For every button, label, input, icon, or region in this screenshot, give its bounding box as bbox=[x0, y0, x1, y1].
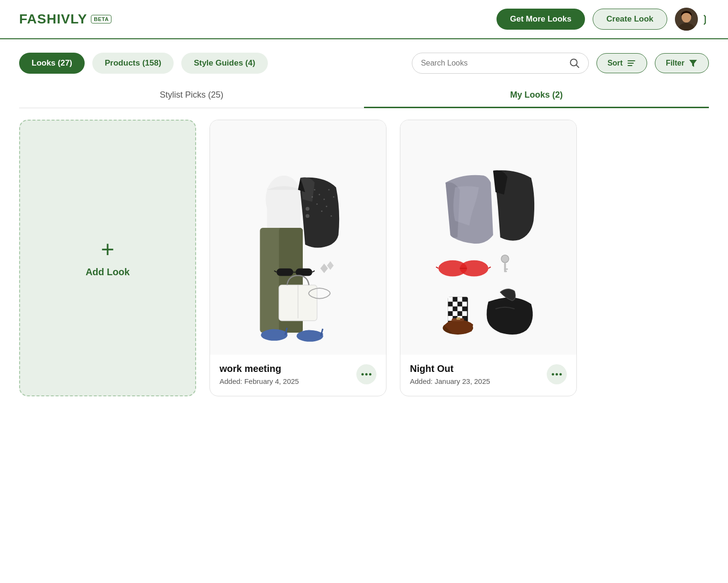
look-card-info-night: Night Out Added: January 23, 2025 bbox=[410, 363, 490, 385]
svg-point-23 bbox=[306, 214, 309, 218]
look-card-image-work bbox=[210, 120, 386, 355]
three-dots-icon bbox=[552, 373, 562, 376]
filter-button[interactable]: Filter bbox=[655, 53, 709, 73]
chevron-down-icon: ❳ bbox=[701, 13, 709, 25]
look-card-title-work: work meeting bbox=[220, 363, 299, 374]
svg-rect-59 bbox=[452, 311, 457, 316]
header-actions: Get More Looks Create Look ❳ bbox=[496, 8, 709, 31]
beta-badge: BETA bbox=[91, 15, 111, 23]
look-card-image-night bbox=[400, 120, 576, 355]
logo-text: FASHIVLY bbox=[19, 11, 87, 27]
cards-grid: + Add Look bbox=[0, 120, 728, 415]
svg-marker-32 bbox=[320, 263, 328, 273]
subtabs-row: Stylist Picks (25) My Looks (2) bbox=[19, 83, 709, 108]
tab-products[interactable]: Products (158) bbox=[92, 53, 174, 74]
look-card-footer-night: Night Out Added: January 23, 2025 bbox=[400, 355, 576, 396]
svg-rect-11 bbox=[267, 187, 300, 230]
logo-area: FASHIVLY BETA bbox=[19, 11, 111, 27]
svg-point-15 bbox=[323, 198, 325, 200]
user-menu[interactable]: ❳ bbox=[675, 8, 709, 31]
svg-rect-51 bbox=[504, 270, 507, 272]
search-area bbox=[412, 53, 589, 74]
svg-point-21 bbox=[331, 215, 332, 216]
svg-rect-50 bbox=[504, 268, 508, 269]
svg-marker-9 bbox=[689, 60, 697, 67]
svg-rect-27 bbox=[276, 268, 293, 276]
svg-point-66 bbox=[552, 373, 554, 375]
svg-point-42 bbox=[369, 373, 372, 375]
svg-rect-25 bbox=[260, 228, 281, 333]
svg-point-12 bbox=[314, 189, 315, 191]
svg-point-41 bbox=[365, 373, 368, 375]
create-look-button[interactable]: Create Look bbox=[593, 9, 667, 30]
look-card-date-work: Added: February 4, 2025 bbox=[220, 377, 299, 385]
svg-line-46 bbox=[436, 267, 439, 268]
svg-point-19 bbox=[326, 205, 327, 207]
more-options-work-button[interactable] bbox=[356, 364, 376, 384]
svg-rect-53 bbox=[448, 297, 452, 302]
add-look-plus-icon: + bbox=[101, 238, 114, 261]
svg-point-14 bbox=[311, 196, 313, 197]
subtab-my-looks[interactable]: My Looks (2) bbox=[364, 83, 709, 108]
svg-point-68 bbox=[560, 373, 562, 375]
svg-rect-49 bbox=[504, 262, 506, 271]
avatar bbox=[675, 8, 698, 31]
svg-rect-55 bbox=[452, 302, 457, 306]
add-look-card[interactable]: + Add Look bbox=[19, 120, 196, 396]
svg-line-47 bbox=[488, 267, 491, 268]
svg-point-20 bbox=[321, 210, 322, 212]
svg-point-48 bbox=[501, 255, 509, 262]
svg-point-16 bbox=[316, 203, 318, 204]
svg-point-67 bbox=[556, 373, 558, 375]
sort-icon bbox=[627, 58, 636, 68]
sort-button[interactable]: Sort bbox=[596, 53, 647, 73]
get-more-looks-button[interactable]: Get More Looks bbox=[496, 9, 585, 30]
look-card-night-out: Night Out Added: January 23, 2025 bbox=[400, 120, 577, 396]
svg-rect-60 bbox=[462, 311, 467, 316]
look-card-footer-work: work meeting Added: February 4, 2025 bbox=[210, 355, 386, 396]
tab-looks[interactable]: Looks (27) bbox=[19, 53, 85, 74]
svg-point-13 bbox=[319, 193, 320, 195]
search-icon bbox=[569, 58, 580, 68]
add-look-label: Add Look bbox=[86, 267, 130, 278]
svg-point-17 bbox=[328, 189, 330, 191]
svg-marker-33 bbox=[327, 261, 334, 269]
svg-rect-65 bbox=[456, 317, 460, 320]
svg-rect-58 bbox=[457, 306, 462, 311]
tab-style-guides[interactable]: Style Guides (4) bbox=[181, 53, 267, 74]
svg-rect-28 bbox=[296, 268, 312, 276]
svg-point-18 bbox=[333, 196, 334, 197]
svg-rect-54 bbox=[457, 297, 462, 302]
look-card-date-night: Added: January 23, 2025 bbox=[410, 377, 490, 385]
header: FASHIVLY BETA Get More Looks Create Look… bbox=[0, 0, 728, 39]
more-options-night-button[interactable] bbox=[547, 364, 567, 384]
look-card-work-meeting: work meeting Added: February 4, 2025 bbox=[210, 120, 386, 396]
svg-point-22 bbox=[306, 207, 309, 211]
look-card-info-work: work meeting Added: February 4, 2025 bbox=[220, 363, 299, 385]
filter-icon bbox=[688, 58, 698, 68]
svg-point-40 bbox=[362, 373, 364, 375]
three-dots-icon bbox=[361, 373, 372, 376]
svg-line-31 bbox=[312, 270, 315, 272]
tabs-row: Looks (27) Products (158) Style Guides (… bbox=[0, 39, 728, 83]
subtab-stylist-picks[interactable]: Stylist Picks (25) bbox=[19, 83, 364, 108]
svg-rect-57 bbox=[448, 306, 452, 311]
search-input[interactable] bbox=[421, 59, 564, 67]
svg-rect-56 bbox=[462, 302, 467, 306]
svg-line-5 bbox=[576, 65, 579, 68]
look-card-title-night: Night Out bbox=[410, 363, 490, 374]
